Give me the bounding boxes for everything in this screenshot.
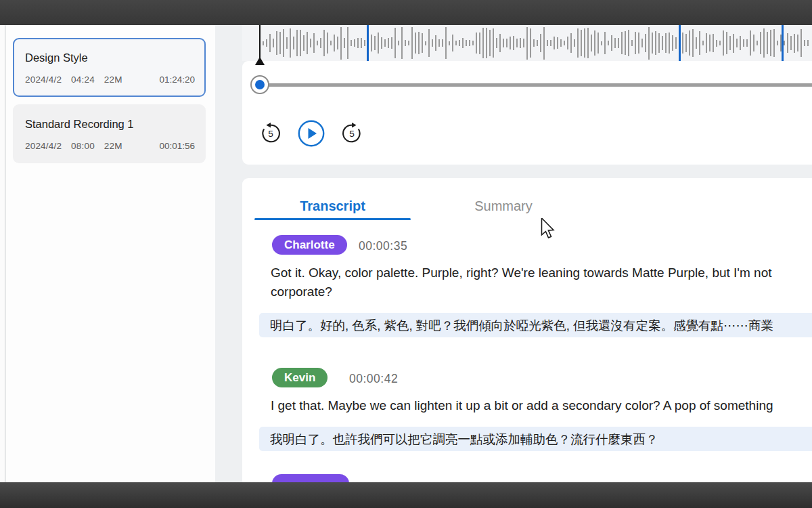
waveform-bar: [733, 34, 734, 53]
recording-date: 2024/4/2: [25, 141, 62, 151]
waveform-bar: [394, 28, 396, 58]
waveform-bar: [286, 37, 288, 49]
playhead[interactable]: [254, 25, 265, 67]
transcript-text-en: corporate?: [271, 284, 332, 299]
waveform-marker: [679, 25, 681, 61]
waveform-bar: [753, 35, 754, 52]
waveform-bar: [625, 31, 626, 54]
waveform-bar: [493, 28, 494, 58]
waveform-bar: [675, 37, 677, 49]
waveform-bar: [418, 32, 420, 54]
transcript-text-en: Got it. Okay, color palette. Purple, rig…: [271, 266, 772, 280]
tab-summary[interactable]: Summary: [463, 198, 544, 214]
waveform-bar: [713, 34, 714, 53]
waveform-bar: [614, 38, 616, 49]
transcript-text-zh: 我明白了。也許我們可以把它調亮一點或添加輔助色？流行什麼東西？: [270, 431, 658, 448]
waveform-bar: [364, 40, 365, 46]
waveform-bar: [543, 27, 545, 60]
waveform-bar: [645, 34, 646, 51]
waveform-bar: [279, 32, 281, 54]
waveform-bar: [449, 41, 450, 45]
waveform-bar: [702, 41, 704, 45]
waveform-bar: [344, 38, 345, 49]
waveform-bar: [510, 37, 511, 49]
recording-meta: 2024/4/2 04:24 22M: [25, 75, 129, 85]
waveform-bar: [313, 33, 315, 53]
waveform-bar: [770, 30, 771, 56]
waveform-strip[interactable]: [242, 25, 812, 61]
waveform-bar: [750, 30, 751, 56]
waveform-bar: [442, 39, 443, 47]
waveform-bar: [669, 33, 670, 53]
waveform-bar: [351, 40, 352, 46]
waveform-bar: [476, 33, 477, 54]
waveform-bar: [469, 40, 470, 46]
waveform-bar: [466, 40, 467, 47]
waveform-bar: [736, 39, 738, 48]
recording-duration: 00:01:56: [159, 141, 195, 151]
waveform-bar: [428, 29, 430, 57]
seek-slider-thumb[interactable]: [250, 75, 269, 94]
waveform-bar: [608, 41, 609, 45]
waveform-bar: [570, 33, 572, 52]
waveform-bar: [706, 33, 707, 53]
waveform-bar: [797, 35, 798, 51]
recordings-sidebar: Design Style 2024/4/2 04:24 22M 01:24:20…: [6, 25, 215, 482]
waveform-bar: [790, 36, 792, 49]
recording-date: 2024/4/2: [25, 75, 62, 85]
waveform-bar: [425, 41, 426, 45]
waveform-bar: [557, 37, 558, 49]
tab-transcript[interactable]: Transcript: [254, 198, 411, 214]
play-button[interactable]: [298, 120, 325, 147]
waveform-bar: [611, 35, 612, 50]
waveform-bar: [357, 38, 359, 47]
skip-forward-5-button[interactable]: 5: [340, 122, 363, 145]
waveform-bar: [513, 36, 514, 50]
recorder-app-window: Design Style 2024/4/2 04:24 22M 01:24:20…: [0, 0, 812, 508]
mouse-cursor-icon: [541, 218, 556, 242]
waveform-bar: [554, 37, 555, 50]
waveform-bar: [452, 35, 453, 52]
waveform-bar: [296, 30, 298, 56]
waveform-bar: [628, 30, 629, 57]
svg-text:5: 5: [268, 129, 273, 139]
waveform-bar: [794, 34, 795, 53]
translation-box: 明白了。好的, 色系, 紫色, 對吧？我們傾向於啞光紫色, 但我還沒有定案。感覺…: [259, 313, 812, 337]
waveform-bar: [347, 27, 348, 59]
waveform-bar: [682, 33, 683, 54]
waveform-bar: [577, 28, 579, 58]
waveform-bar: [523, 39, 524, 47]
waveform-bar: [408, 41, 409, 46]
recording-card-design-style[interactable]: Design Style 2024/4/2 04:24 22M 01:24:20: [13, 38, 206, 97]
skip-back-5-button[interactable]: 5: [259, 122, 282, 145]
waveform-bar: [662, 36, 663, 49]
waveform-bar: [411, 27, 413, 59]
waveform-bar: [496, 38, 497, 49]
waveform-bar: [807, 40, 809, 47]
waveform-bar: [709, 35, 710, 51]
waveform-bar: [499, 34, 501, 52]
waveform-bar: [459, 40, 460, 45]
waveform-bar: [740, 36, 741, 50]
waveform-bar: [317, 41, 318, 46]
recording-time: 04:24: [71, 75, 95, 85]
waveform-bar: [337, 37, 338, 49]
waveform-bar: [388, 38, 389, 48]
waveform-bar: [520, 38, 521, 49]
waveform-bar: [526, 27, 528, 60]
recording-duration: 01:24:20: [159, 75, 195, 85]
waveform-bar: [435, 35, 436, 51]
waveform-bar: [472, 41, 474, 45]
waveform-bar: [506, 39, 508, 48]
waveform-bar: [340, 27, 342, 60]
recording-card-standard-1[interactable]: Standard Recording 1 2024/4/2 08:00 22M …: [13, 104, 206, 163]
recording-size: 22M: [104, 75, 122, 85]
recording-meta: 2024/4/2 08:00 22M: [25, 141, 129, 151]
waveform-bar: [334, 35, 335, 51]
waveform-bar: [438, 39, 440, 47]
seek-slider-track[interactable]: [256, 83, 812, 87]
waveform-bar: [445, 27, 447, 58]
waveform-bar: [516, 39, 518, 47]
waveform-bar: [323, 30, 325, 56]
waveform-bar: [432, 39, 433, 47]
